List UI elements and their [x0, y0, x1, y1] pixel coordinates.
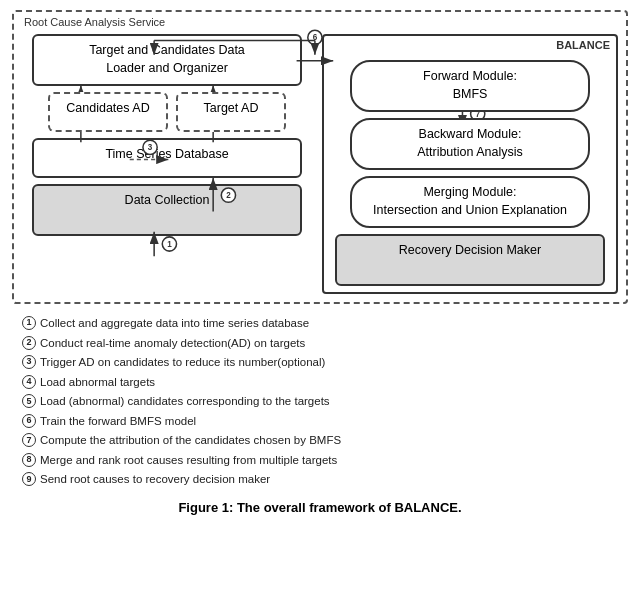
- legend-text-3: Trigger AD on candidates to reduce its n…: [40, 353, 325, 373]
- right-column: BALANCE Forward Module:BMFS Backward Mod…: [322, 34, 618, 294]
- legend-circle-1: 1: [22, 316, 36, 330]
- legend-text-2: Conduct real-time anomaly detection(AD) …: [40, 334, 305, 354]
- legend-item-4: 4 Load abnormal targets: [22, 373, 618, 393]
- legend-item-8: 8 Merge and rank root causes resulting f…: [22, 451, 618, 471]
- legend-circle-5: 5: [22, 394, 36, 408]
- recovery-box: Recovery Decision Maker: [335, 234, 605, 286]
- legend-circle-9: 9: [22, 472, 36, 486]
- figure-caption: Figure 1: The overall framework of BALAN…: [12, 500, 628, 515]
- legend-circle-4: 4: [22, 375, 36, 389]
- balance-label: BALANCE: [556, 39, 610, 51]
- legend-text-4: Load abnormal targets: [40, 373, 155, 393]
- forward-module-box: Forward Module:BMFS: [350, 60, 590, 112]
- caption-text: Figure 1: The overall framework of BALAN…: [178, 500, 461, 515]
- legend-item-9: 9 Send root causes to recovery decision …: [22, 470, 618, 490]
- legend-item-7: 7 Compute the attribution of the candida…: [22, 431, 618, 451]
- diagram: Root Cause Analysis Service 1: [12, 10, 628, 515]
- legend-circle-8: 8: [22, 453, 36, 467]
- target-ad-box: Target AD: [176, 92, 286, 132]
- left-column: Target and Candidates DataLoader and Org…: [22, 34, 312, 236]
- legend-text-8: Merge and rank root causes resulting fro…: [40, 451, 337, 471]
- legend-circle-2: 2: [22, 336, 36, 350]
- columns: Target and Candidates DataLoader and Org…: [22, 34, 618, 294]
- time-series-box: Time Series Database: [32, 138, 302, 178]
- backward-label: Backward Module:Attribution Analysis: [417, 127, 523, 159]
- legend-item-1: 1 Collect and aggregate data into time s…: [22, 314, 618, 334]
- legend-circle-6: 6: [22, 414, 36, 428]
- service-box: Root Cause Analysis Service 1: [12, 10, 628, 304]
- service-label: Root Cause Analysis Service: [22, 16, 167, 28]
- legend-circle-3: 3: [22, 355, 36, 369]
- legend-text-5: Load (abnormal) candidates corresponding…: [40, 392, 330, 412]
- loader-label: Target and Candidates DataLoader and Org…: [89, 43, 245, 75]
- candidates-ad-box: Candidates AD: [48, 92, 168, 132]
- legend-text-6: Train the forward BMFS model: [40, 412, 196, 432]
- legend-item-6: 6 Train the forward BMFS model: [22, 412, 618, 432]
- data-collection-label: Data Collection: [125, 193, 210, 207]
- legend: 1 Collect and aggregate data into time s…: [12, 314, 628, 490]
- candidates-ad-label: Candidates AD: [66, 101, 149, 115]
- recovery-label: Recovery Decision Maker: [399, 243, 541, 257]
- data-collection-box: Data Collection: [32, 184, 302, 236]
- merging-module-box: Merging Module:Intersection and Union Ex…: [350, 176, 590, 228]
- merging-label: Merging Module:Intersection and Union Ex…: [373, 185, 567, 217]
- legend-circle-7: 7: [22, 433, 36, 447]
- forward-label: Forward Module:BMFS: [423, 69, 517, 101]
- backward-module-box: Backward Module:Attribution Analysis: [350, 118, 590, 170]
- legend-text-9: Send root causes to recovery decision ma…: [40, 470, 270, 490]
- ad-row: Candidates AD Target AD: [48, 92, 286, 132]
- legend-item-3: 3 Trigger AD on candidates to reduce its…: [22, 353, 618, 373]
- right-boxes: Forward Module:BMFS Backward Module:Attr…: [330, 42, 610, 286]
- legend-item-2: 2 Conduct real-time anomaly detection(AD…: [22, 334, 618, 354]
- legend-text-7: Compute the attribution of the candidate…: [40, 431, 341, 451]
- legend-item-5: 5 Load (abnormal) candidates correspondi…: [22, 392, 618, 412]
- target-ad-label: Target AD: [204, 101, 259, 115]
- loader-box: Target and Candidates DataLoader and Org…: [32, 34, 302, 86]
- legend-text-1: Collect and aggregate data into time ser…: [40, 314, 309, 334]
- time-series-label: Time Series Database: [105, 147, 228, 161]
